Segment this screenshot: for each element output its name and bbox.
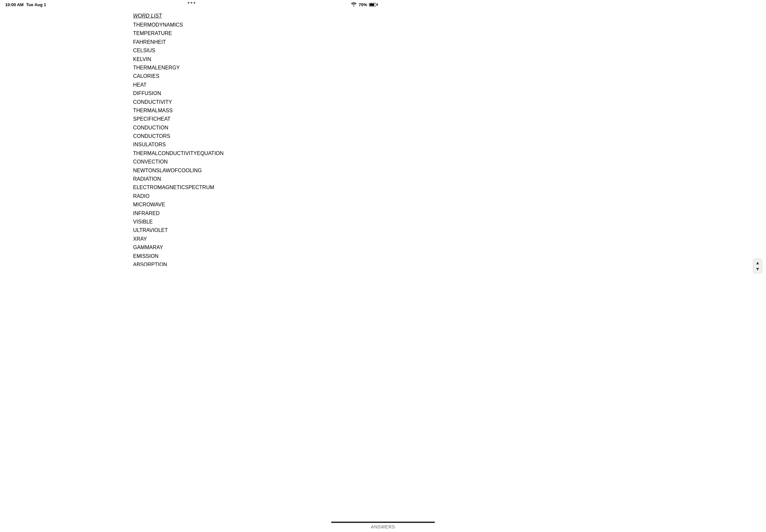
status-time-date: 10:00 AM Tue Aug 1 [5, 2, 46, 7]
content-area[interactable]: WORD LIST THERMODYNAMICSTEMPERATUREFAHRE… [0, 9, 383, 266]
list-item: CONVECTION [133, 158, 289, 166]
list-item: RADIO [133, 192, 289, 200]
list-item: THERMALCONDUCTIVITYEQUATION [133, 149, 289, 158]
dot-1 [188, 2, 189, 4]
list-item: CELSIUS [133, 46, 289, 55]
list-item: XRAY [133, 235, 289, 243]
list-item: CALORIES [133, 72, 289, 80]
list-item: GAMMARAY [133, 243, 289, 252]
word-list-container: WORD LIST THERMODYNAMICSTEMPERATUREFAHRE… [94, 13, 289, 266]
list-item: DIFFUSION [133, 89, 289, 98]
list-item: FAHRENHEIT [133, 38, 289, 46]
list-item: MICROWAVE [133, 200, 289, 209]
status-time: 10:00 AM [5, 2, 24, 7]
list-item: ULTRAVIOLET [133, 226, 289, 235]
word-list: THERMODYNAMICSTEMPERATUREFAHRENHEITCELSI… [133, 21, 289, 266]
list-item: TEMPERATURE [133, 29, 289, 38]
status-indicators: 70% [351, 2, 378, 7]
dot-2 [191, 2, 192, 4]
list-item: INSULATORS [133, 140, 289, 149]
list-item: INFRARED [133, 209, 289, 218]
list-item: THERMODYNAMICS [133, 21, 289, 29]
list-item: CONDUCTIVITY [133, 98, 289, 106]
list-item: HEAT [133, 81, 289, 89]
dot-3 [194, 2, 195, 4]
list-item: ABSORPTION [133, 260, 289, 266]
list-item: KELVIN [133, 55, 289, 64]
list-item: THERMALENERGY [133, 64, 289, 72]
list-item: CONDUCTION [133, 124, 289, 132]
center-dots-area [188, 2, 195, 4]
list-item: NEWTONSLAWOFCOOLING [133, 166, 289, 175]
list-item: THERMALMASS [133, 106, 289, 115]
status-bar: 10:00 AM Tue Aug 1 70% [0, 0, 383, 9]
list-item: RADIATION [133, 175, 289, 183]
battery-icon [369, 3, 378, 6]
wifi-icon [351, 2, 357, 7]
status-date: Tue Aug 1 [26, 2, 46, 7]
list-item: ELECTROMAGNETICSPECTRUM [133, 183, 289, 192]
list-item: EMISSION [133, 252, 289, 260]
list-item: SPECIFICHEAT [133, 115, 289, 123]
battery-percentage: 70% [359, 2, 367, 7]
word-list-title: WORD LIST [133, 13, 289, 19]
list-item: VISIBLE [133, 218, 289, 226]
list-item: CONDUCTORS [133, 132, 289, 140]
